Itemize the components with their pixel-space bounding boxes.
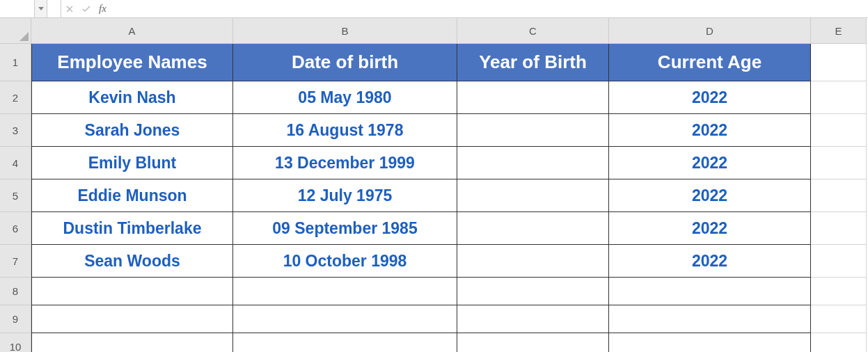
cell-yob[interactable] [457,81,609,114]
cell-name[interactable]: Kevin Nash [31,81,233,114]
table-row: 10 [0,333,868,352]
cell-dob[interactable]: 16 August 1978 [233,114,457,147]
cell-dob[interactable]: 09 September 1985 [233,212,457,245]
cell-age[interactable]: 2022 [609,245,811,278]
cell[interactable] [457,278,609,305]
table-row: 1 Employee Names Date of birth Year of B… [0,44,868,81]
cell-yob[interactable] [457,212,609,245]
cell-age[interactable]: 2022 [609,147,811,179]
col-header-D[interactable]: D [609,18,811,44]
column-headers: A B C D E [31,18,868,44]
enter-button[interactable] [78,0,95,17]
cell[interactable] [233,333,457,352]
cell-name[interactable]: Dustin Timberlake [31,212,233,245]
check-icon [82,6,90,13]
cell-dob[interactable]: 10 October 1998 [233,245,457,278]
cell[interactable] [811,305,867,333]
row-header-8[interactable]: 8 [0,278,31,305]
table-row: 3 Sarah Jones 16 August 1978 2022 [0,114,868,147]
cell-age[interactable]: 2022 [609,179,811,212]
cell-name[interactable]: Emily Blunt [31,147,233,179]
name-box[interactable] [0,0,35,17]
header-date-of-birth[interactable]: Date of birth [233,44,457,81]
header-year-of-birth[interactable]: Year of Birth [457,44,609,81]
row-header-2[interactable]: 2 [0,81,31,114]
cell[interactable] [811,114,867,147]
cell[interactable] [609,278,811,305]
cell[interactable] [31,333,233,352]
table-row: 5 Eddie Munson 12 July 1975 2022 [0,179,868,212]
row-header-6[interactable]: 6 [0,212,31,245]
cell[interactable] [811,245,867,278]
divider [47,0,61,17]
row-header-1[interactable]: 1 [0,44,31,81]
cell-name[interactable]: Sean Woods [31,245,233,278]
cell[interactable] [811,147,867,179]
table-row: 7 Sean Woods 10 October 1998 2022 [0,245,868,278]
header-employee-names[interactable]: Employee Names [31,44,233,81]
fx-label[interactable]: fx [95,3,111,15]
cell-yob[interactable] [457,147,609,179]
cell-name[interactable]: Eddie Munson [31,179,233,212]
cell-dob[interactable]: 05 May 1980 [233,81,457,114]
cell-dob[interactable]: 12 July 1975 [233,179,457,212]
cell[interactable] [457,333,609,352]
cell-age[interactable]: 2022 [609,81,811,114]
x-icon [66,6,73,13]
spreadsheet-grid: A B C D E 1 Employee Names Date of birth… [0,18,868,352]
table-row: 4 Emily Blunt 13 December 1999 2022 [0,147,868,179]
table-row: 8 [0,278,868,305]
chevron-down-icon [38,7,44,10]
cell-dob[interactable]: 13 December 1999 [233,147,457,179]
name-box-dropdown[interactable] [35,0,47,17]
cell[interactable] [811,278,867,305]
cell[interactable] [609,333,811,352]
col-header-B[interactable]: B [233,18,457,44]
cell-yob[interactable] [457,245,609,278]
cell-age[interactable]: 2022 [609,212,811,245]
cell-name[interactable]: Sarah Jones [31,114,233,147]
col-header-A[interactable]: A [31,18,233,44]
cell-yob[interactable] [457,179,609,212]
col-header-E[interactable]: E [811,18,867,44]
row-header-9[interactable]: 9 [0,305,31,333]
formula-input[interactable] [111,0,868,17]
formula-bar: fx [0,0,868,18]
row-header-3[interactable]: 3 [0,114,31,147]
row-header-10[interactable]: 10 [0,333,31,352]
table-row: 2 Kevin Nash 05 May 1980 2022 [0,81,868,114]
col-header-C[interactable]: C [457,18,609,44]
cell-yob[interactable] [457,114,609,147]
header-current-age[interactable]: Current Age [609,44,811,81]
cell[interactable] [811,212,867,245]
table-row: 9 [0,305,868,333]
cell[interactable] [811,333,867,352]
cell[interactable] [233,278,457,305]
cell[interactable] [31,278,233,305]
cell-age[interactable]: 2022 [609,114,811,147]
cell[interactable] [457,305,609,333]
table-row: 6 Dustin Timberlake 09 September 1985 20… [0,212,868,245]
cell[interactable] [811,179,867,212]
cell[interactable] [31,305,233,333]
row-header-5[interactable]: 5 [0,179,31,212]
row-header-4[interactable]: 4 [0,147,31,179]
row-header-7[interactable]: 7 [0,245,31,278]
cell[interactable] [233,305,457,333]
cell[interactable] [609,305,811,333]
cancel-button[interactable] [61,0,78,17]
cell[interactable] [811,44,867,81]
select-all-corner[interactable] [0,18,31,44]
cell[interactable] [811,81,867,114]
